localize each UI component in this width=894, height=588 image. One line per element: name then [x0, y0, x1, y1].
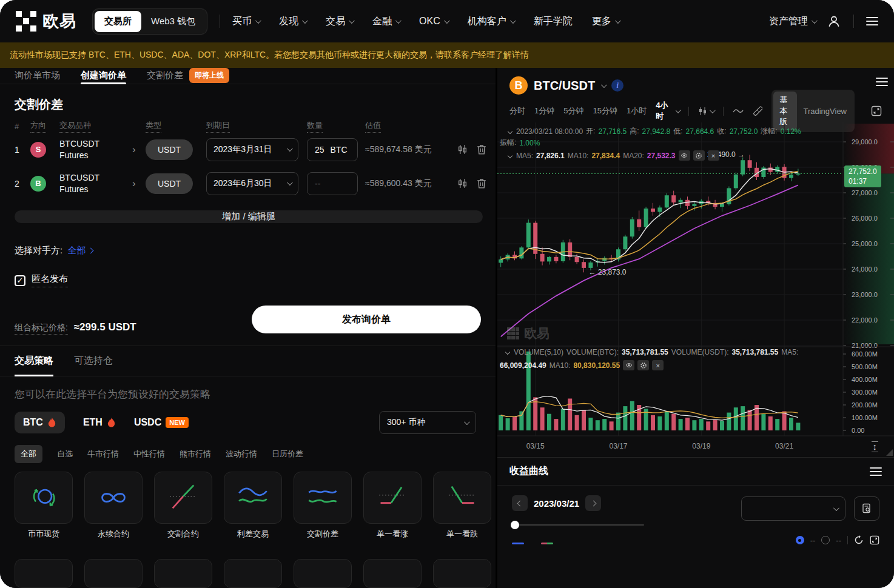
user-account-icon[interactable] — [827, 14, 841, 28]
publish-rfq-button[interactable]: 发布询价单 — [252, 306, 481, 333]
fullscreen-icon[interactable] — [871, 105, 882, 116]
chevron-down-icon[interactable] — [601, 82, 607, 88]
info-icon[interactable]: i — [611, 79, 623, 92]
type-pill[interactable]: USDT — [146, 139, 193, 160]
timeframe-1[interactable]: 1分钟 — [534, 105, 554, 116]
spot-cycle-icon — [28, 483, 59, 512]
gear-icon[interactable] — [693, 150, 705, 161]
add-edit-leg-button[interactable]: 增加 / 编辑腿 — [15, 210, 483, 223]
timeframe-2[interactable]: 5分钟 — [563, 105, 583, 116]
strategy-tab-1[interactable]: 可选持仓 — [74, 346, 113, 376]
counterparty-all-link[interactable]: 全部 — [67, 245, 93, 256]
search-order-button[interactable] — [854, 496, 879, 521]
nav-item-3[interactable]: 金融 — [372, 15, 400, 28]
resize-corner[interactable] — [886, 449, 893, 456]
strategy-tab-0[interactable]: 交易策略 — [15, 346, 53, 376]
rfq-tab-2[interactable]: 交割价差即将上线 — [147, 68, 229, 84]
view-chart-icon[interactable] — [451, 144, 473, 155]
coin-filter-eth[interactable]: ETH — [83, 417, 116, 428]
strategy-card-futures-line[interactable] — [154, 472, 212, 524]
timeframe-4[interactable]: 1小时 — [627, 105, 647, 116]
coin-filter-usdc[interactable]: USDCNEW — [134, 417, 189, 428]
nav-item-6[interactable]: 新手学院 — [534, 15, 573, 28]
delete-leg-icon[interactable] — [473, 144, 490, 155]
line-overlay-icon[interactable] — [733, 107, 744, 115]
nav-item-1[interactable]: 发现 — [279, 15, 306, 28]
collapse-caret-icon[interactable] — [505, 350, 510, 355]
quantity-input[interactable]: -- — [307, 172, 358, 195]
eye-icon[interactable] — [679, 150, 690, 161]
chevron-right-icon[interactable]: › — [131, 144, 146, 156]
strategy-card-carry-waves[interactable] — [224, 472, 282, 524]
chevron-down-icon — [833, 505, 839, 511]
candle-style-icon[interactable] — [698, 107, 714, 116]
strategy-card-spot-cycle[interactable] — [15, 472, 73, 524]
expand-icon[interactable] — [870, 535, 879, 545]
strategy-card-put-payoff[interactable] — [433, 472, 491, 524]
rfq-tab-0[interactable]: 询价单市场 — [15, 68, 60, 84]
strategy-card-call-payoff[interactable] — [363, 472, 422, 524]
coin-filter-btc[interactable]: BTC — [15, 412, 65, 433]
delete-leg-icon[interactable] — [473, 178, 490, 189]
filter-chip-5[interactable]: 波动行情 — [226, 449, 257, 459]
strategy-card[interactable] — [363, 559, 422, 588]
filter-chip-3[interactable]: 中性行情 — [133, 449, 165, 459]
timeframe-0[interactable]: 分时 — [509, 105, 525, 116]
candlestick-chart[interactable]: 21,000.022,000.023,000.024,000.025,000.0… — [497, 122, 894, 457]
strategy-card[interactable] — [433, 559, 491, 588]
nav-item-5[interactable]: 机构客户 — [468, 15, 514, 28]
anonymous-checkbox[interactable]: ✓ — [15, 275, 25, 286]
strategy-card[interactable] — [224, 559, 282, 588]
collapse-caret-icon[interactable] — [508, 129, 513, 133]
nav-item-4[interactable]: OKC — [419, 16, 448, 27]
refresh-icon[interactable] — [854, 535, 864, 545]
expiry-select[interactable]: 2023年3月31日 — [206, 138, 298, 161]
toggle-web3-wallet[interactable]: Web3 钱包 — [141, 11, 205, 32]
pair-title[interactable]: BTC/USDT — [534, 79, 595, 93]
nav-item-asset-management[interactable]: 资产管理 — [769, 15, 816, 28]
rfq-tab-1[interactable]: 创建询价单 — [81, 68, 126, 84]
profit-settings-icon[interactable] — [870, 467, 882, 476]
nav-item-7[interactable]: 更多 — [592, 15, 619, 28]
collapse-caret-icon[interactable] — [508, 153, 513, 158]
prev-date-button[interactable] — [512, 495, 528, 511]
close-icon[interactable]: × — [708, 150, 719, 161]
slider-thumb[interactable] — [511, 521, 519, 529]
date-slider[interactable] — [512, 524, 644, 526]
chart-settings-icon[interactable] — [876, 78, 888, 86]
timeframe-3[interactable]: 15分钟 — [593, 105, 617, 116]
next-date-button[interactable] — [585, 495, 601, 511]
strategy-card-spread-waves[interactable] — [294, 472, 352, 524]
filter-chip-6[interactable]: 日历价差 — [272, 449, 303, 459]
strategy-card-infinity[interactable] — [84, 472, 143, 524]
view-chart-icon[interactable] — [451, 178, 473, 189]
filter-chip-4[interactable]: 熊市行情 — [180, 449, 211, 459]
filter-chip-1[interactable]: 自选 — [57, 449, 73, 459]
filter-chip-2[interactable]: 牛市行情 — [87, 449, 119, 459]
quantity-input[interactable]: 25BTC — [307, 138, 358, 161]
axis-scale-icon[interactable]: ↕ — [872, 441, 879, 453]
radio-unselected[interactable] — [821, 536, 830, 544]
expiry-select[interactable]: 2023年6月30日 — [206, 172, 298, 195]
strategy-select-dropdown[interactable] — [741, 496, 845, 521]
strategy-card[interactable] — [294, 559, 352, 588]
strategy-card[interactable] — [15, 559, 73, 588]
nav-item-2[interactable]: 交易 — [326, 15, 353, 28]
gear-icon[interactable] — [637, 360, 649, 370]
view-tradingview-tab[interactable]: TradingView — [797, 104, 853, 119]
filter-chip-0[interactable]: 全部 — [15, 445, 42, 463]
chevron-right-icon[interactable]: › — [131, 178, 146, 190]
close-icon[interactable]: × — [652, 360, 664, 370]
strategy-card[interactable] — [154, 559, 212, 588]
timeframe-active[interactable]: 4小时 — [656, 100, 679, 122]
okx-logo[interactable]: 欧易 — [16, 10, 76, 32]
radio-selected[interactable] — [796, 536, 804, 544]
hamburger-menu-icon[interactable] — [866, 17, 878, 25]
drawing-tools-icon[interactable] — [753, 106, 762, 116]
coin-count-dropdown[interactable]: 300+ 币种 — [379, 411, 476, 434]
nav-item-0[interactable]: 买币 — [232, 15, 260, 28]
toggle-exchange[interactable]: 交易所 — [95, 11, 141, 32]
eye-icon[interactable] — [623, 360, 634, 370]
strategy-card[interactable] — [84, 559, 143, 588]
type-pill[interactable]: USDT — [146, 173, 193, 194]
